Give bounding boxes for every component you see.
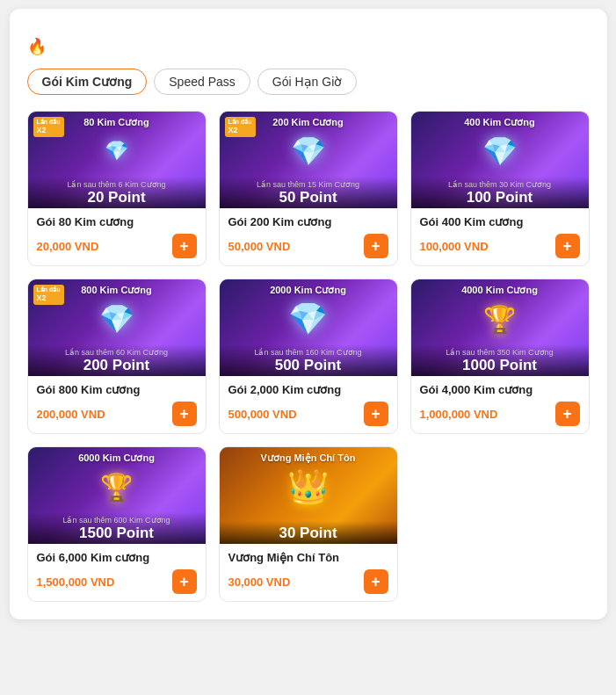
card-points: 100 Point [417,189,583,206]
card-6000kc: 6000 Kim Cương 🏆 Lần sau thêm 600 Kim Cư… [27,446,207,602]
card-footer: 200,000 VND + [37,402,197,426]
card-sub-label: Lần sau thêm 6 Kim Cương [33,180,200,189]
card-icon-area: 💎 [220,129,397,173]
tab-han-gio[interactable]: Gói Hạn Giờ [257,69,357,95]
chest-icon: 🏆 [483,304,516,335]
card-image: 4000 Kim Cương 🏆 Lần sau thêm 350 Kim Cư… [411,279,589,376]
tabs: Gói Kim Cương Speed Pass Gói Hạn Giờ [27,69,590,95]
card-bottom-area: 30 Point [220,521,397,544]
card-sub-label: Lần sau thêm 600 Kim Cương [33,516,200,525]
card-4000kc: 4000 Kim Cương 🏆 Lần sau thêm 350 Kim Cư… [410,279,590,434]
card-bottom-area: Lần sau thêm 160 Kim Cương 500 Point [220,344,397,376]
card-top-label: 400 Kim Cương [411,117,589,128]
card-body: Gói 80 Kim cương 20,000 VND + [28,208,206,265]
card-image: Lần đầuX2 800 Kim Cương 💎 Lần sau thêm 6… [28,279,206,376]
card-400kc: 400 Kim Cương 💎 Lần sau thêm 30 Kim Cươn… [410,111,590,266]
add-button[interactable]: + [555,234,580,258]
card-points: 30 Point [225,525,392,542]
card-sub-label: Lần sau thêm 15 Kim Cương [225,180,392,189]
card-sub-label: Lần sau thêm 350 Kim Cương [417,348,583,357]
chest-icon: 🏆 [100,472,133,503]
card-image: 400 Kim Cương 💎 Lần sau thêm 30 Kim Cươn… [411,112,589,208]
card-200kc: Lần đầuX2 200 Kim Cương 💎 Lần sau thêm 1… [219,111,398,266]
card-points: 500 Point [225,357,392,374]
card-top-label: 6000 Kim Cương [28,452,206,464]
add-button[interactable]: + [172,569,197,594]
diamond-icon: 💎 [288,300,328,337]
card-name: Gói 200 Kim cương [228,215,388,228]
card-bottom-area: Lần sau thêm 15 Kim Cương 50 Point [220,177,397,208]
card-sub-label: Lần sau thêm 160 Kim Cương [225,348,392,357]
crown-icon: 👑 [287,467,329,506]
add-button[interactable]: + [172,234,197,258]
card-80kc: Lần đầuX2 80 Kim Cương 💎 Lần sau thêm 6 … [27,111,207,266]
card-name: Gói 80 Kim cương [37,215,197,228]
card-points: 20 Point [33,189,200,206]
card-points: 1000 Point [417,357,583,374]
add-button[interactable]: + [555,402,580,426]
card-price: 100,000 VND [420,240,489,253]
card-image: 2000 Kim Cương 💎 Lần sau thêm 160 Kim Cư… [220,279,397,376]
card-footer: 1,500,000 VND + [37,569,197,594]
diamond-icon: 💎 [482,134,518,168]
card-top-label: 200 Kim Cương [220,117,397,128]
card-bottom-area: Lần sau thêm 350 Kim Cương 1000 Point [411,344,589,376]
card-price: 500,000 VND [228,408,297,421]
card-image: Lần đầuX2 200 Kim Cương 💎 Lần sau thêm 1… [220,112,397,208]
card-top-label: 2000 Kim Cương [220,285,397,296]
diamond-icon: 💎 [291,134,326,168]
card-points: 50 Point [225,189,392,206]
card-footer: 50,000 VND + [228,234,388,258]
card-name: Gói 2,000 Kim cương [228,383,388,396]
tab-kim-cuong[interactable]: Gói Kim Cương [27,69,148,95]
card-top-label: 4000 Kim Cương [411,285,589,296]
card-body: Gói 800 Kim cương 200,000 VND + [28,376,206,433]
card-icon-area: 💎 [28,297,206,341]
main-container: 🔥 Gói Kim Cương Speed Pass Gói Hạn Giờ L… [10,9,607,619]
list-header: 🔥 [27,37,590,56]
card-top-label: Vương Miện Chí Tôn [220,452,397,464]
add-button[interactable]: + [364,234,388,258]
add-button[interactable]: + [172,402,197,426]
card-price: 200,000 VND [37,408,105,421]
card-footer: 500,000 VND + [228,402,388,426]
card-bottom-area: Lần sau thêm 60 Kim Cương 200 Point [28,344,206,376]
card-vuong-mien: Vương Miện Chí Tôn 👑 30 Point Vương Miện… [219,446,398,602]
card-bottom-area: Lần sau thêm 6 Kim Cương 20 Point [28,177,206,208]
add-button[interactable]: + [364,402,388,426]
card-points: 200 Point [33,357,200,374]
card-800kc: Lần đầuX2 800 Kim Cương 💎 Lần sau thêm 6… [27,279,207,434]
card-icon-area: 👑 [220,465,397,509]
card-price: 1,500,000 VND [37,576,115,589]
card-top-label: 80 Kim Cương [28,117,206,128]
card-footer: 20,000 VND + [37,234,197,258]
card-body: Gói 2,000 Kim cương 500,000 VND + [220,376,397,433]
card-footer: 30,000 VND + [228,569,388,594]
card-icon-area: 💎 [28,129,206,173]
add-button[interactable]: + [364,569,388,594]
card-price: 1,000,000 VND [420,408,498,421]
card-icon-area: 💎 [220,297,397,341]
card-image: 6000 Kim Cương 🏆 Lần sau thêm 600 Kim Cư… [28,447,206,544]
card-footer: 100,000 VND + [420,234,580,258]
tab-speed-pass[interactable]: Speed Pass [154,69,250,95]
card-image: Lần đầuX2 80 Kim Cương 💎 Lần sau thêm 6 … [28,112,206,208]
card-body: Vương Miện Chí Tôn 30,000 VND + [220,544,397,601]
card-price: 20,000 VND [37,240,99,253]
card-top-label: 800 Kim Cương [28,285,206,296]
card-sub-label: Lần sau thêm 30 Kim Cương [417,180,583,189]
list-icon: 🔥 [27,37,47,56]
card-body: Gói 6,000 Kim cương 1,500,000 VND + [28,544,206,601]
card-grid: Lần đầuX2 80 Kim Cương 💎 Lần sau thêm 6 … [27,111,590,602]
card-icon-area: 🏆 [411,297,589,341]
diamond-icon: 💎 [105,140,128,163]
card-body: Gói 400 Kim cương 100,000 VND + [411,208,589,265]
card-icon-area: 💎 [411,129,589,173]
card-body: Gói 4,000 Kim cương 1,000,000 VND + [411,376,589,433]
diamond-icon: 💎 [99,302,134,336]
card-price: 50,000 VND [228,240,291,253]
card-icon-area: 🏆 [28,465,206,509]
card-bottom-area: Lần sau thêm 30 Kim Cương 100 Point [411,177,589,208]
card-footer: 1,000,000 VND + [420,402,580,426]
card-image: Vương Miện Chí Tôn 👑 30 Point [220,447,397,544]
